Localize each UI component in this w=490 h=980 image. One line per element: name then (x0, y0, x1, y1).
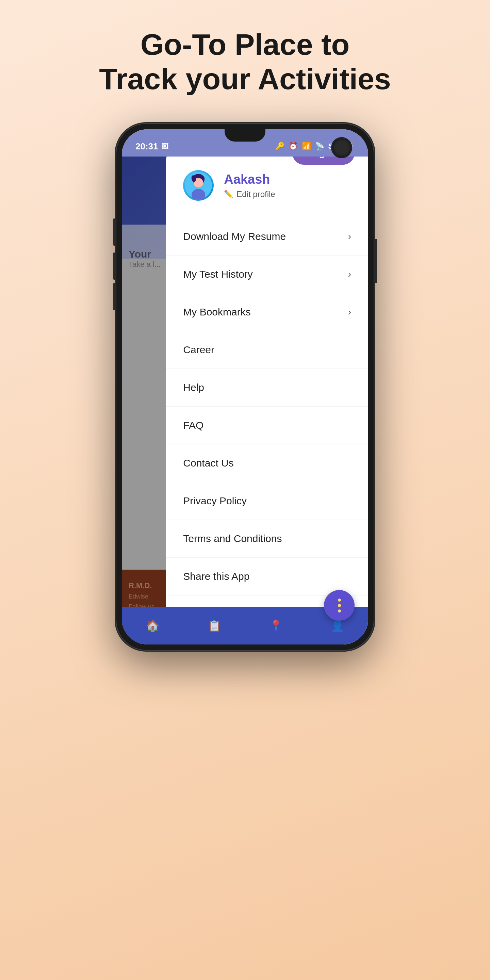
menu-item-terms-and-conditions[interactable]: Terms and Conditions (166, 520, 368, 558)
menu-item-career[interactable]: Career (166, 331, 368, 369)
menu-item-contact-us[interactable]: Contact Us (166, 444, 368, 482)
fab-dot-2 (338, 604, 341, 607)
menu-item-privacy-policy[interactable]: Privacy Policy (166, 482, 368, 520)
avatar (183, 170, 214, 201)
fab-button[interactable] (324, 590, 355, 620)
camera (332, 138, 351, 157)
bookmark-icon: 📋 (208, 619, 221, 632)
map-icon: 📍 (269, 619, 283, 632)
menu-item-label: Download My Resume (183, 231, 286, 242)
edit-icon: ✏️ (224, 190, 233, 199)
nav-profile[interactable]: 👤 (331, 619, 344, 632)
chevron-right-icon: › (348, 269, 351, 280)
status-time: 20:31 🖼 (135, 141, 169, 152)
nav-map[interactable]: 📍 (269, 619, 283, 632)
menu-item-label: Help (183, 382, 204, 393)
phone-wrapper: 20:31 🖼 🔑 ⏰ 📶 📡 58% ⚡ Your Take a l... (116, 123, 374, 651)
page-title: Go-To Place to Track your Activities (99, 27, 391, 96)
menu-item-my-test-history[interactable]: My Test History› (166, 256, 368, 293)
edit-profile-label: Edit profile (237, 189, 275, 199)
alarm-icon: ⏰ (288, 142, 298, 151)
menu-item-label: Contact Us (183, 457, 234, 469)
gallery-icon: 🖼 (162, 143, 169, 150)
menu-item-faq[interactable]: FAQ (166, 407, 368, 444)
side-drawer: Logout (166, 150, 368, 644)
fab-dot-3 (338, 609, 341, 612)
menu-item-my-bookmarks[interactable]: My Bookmarks› (166, 293, 368, 331)
menu-item-label: Career (183, 344, 215, 356)
page-header: Go-To Place to Track your Activities (86, 0, 404, 116)
phone-screen: 20:31 🖼 🔑 ⏰ 📶 📡 58% ⚡ Your Take a l... (122, 129, 368, 644)
key-icon: 🔑 (275, 142, 285, 151)
chevron-right-icon: › (348, 231, 351, 242)
notch (224, 129, 266, 142)
wifi-icon: 📶 (302, 142, 311, 151)
menu-list: Download My Resume›My Test History›My Bo… (166, 215, 368, 644)
menu-item-label: Share this App (183, 571, 250, 582)
nav-home[interactable]: 🏠 (146, 619, 159, 632)
fab-dot-1 (338, 598, 341, 601)
menu-item-download-my-resume[interactable]: Download My Resume› (166, 218, 368, 256)
menu-item-label: Privacy Policy (183, 495, 247, 507)
menu-item-help[interactable]: Help (166, 369, 368, 407)
fab-dots (338, 598, 341, 612)
avatar-svg (185, 172, 212, 199)
menu-item-label: My Test History (183, 269, 253, 280)
menu-item-label: FAQ (183, 420, 204, 431)
profile-name: Aakash (224, 172, 275, 187)
menu-item-label: Terms and Conditions (183, 533, 282, 544)
signal-icon: 📡 (315, 142, 324, 151)
menu-item-label: My Bookmarks (183, 306, 250, 318)
edit-profile-row[interactable]: ✏️ Edit profile (224, 189, 275, 199)
profile-icon: 👤 (331, 619, 344, 632)
chevron-right-icon: › (348, 307, 351, 318)
home-icon: 🏠 (146, 619, 159, 632)
nav-bookmark[interactable]: 📋 (208, 619, 221, 632)
profile-info: Aakash ✏️ Edit profile (224, 172, 275, 199)
